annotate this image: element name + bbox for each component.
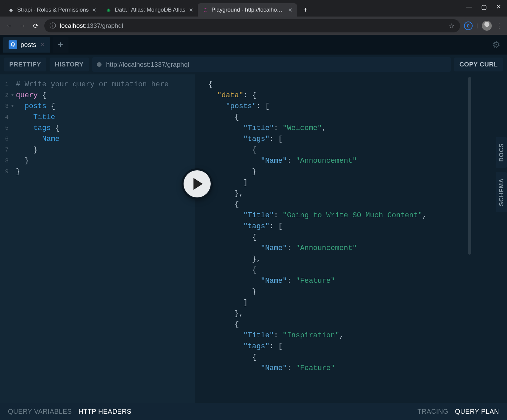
line-gutter: 1 2 3 4 5 6 7 8 9 xyxy=(2,79,9,177)
address-bar-row: ← → ⟳ ⓘ localhost:1337/graphql ☆ 0 | ⋮ xyxy=(0,17,507,35)
browser-tab-title: Playground - http://localhost:133 xyxy=(212,7,285,13)
close-icon[interactable]: ✕ xyxy=(189,7,193,13)
forward-button[interactable]: → xyxy=(18,21,27,30)
playground-footer: QUERY VARIABLES HTTP HEADERS TRACING QUE… xyxy=(0,403,507,420)
extension-icon[interactable]: 0 xyxy=(464,21,473,30)
new-query-tab-button[interactable]: + xyxy=(53,37,68,53)
query-badge: Q xyxy=(9,40,17,49)
query-variables-tab[interactable]: QUERY VARIABLES xyxy=(8,408,72,415)
browser-tab-title: Data | Atlas: MongoDB Atlas xyxy=(115,7,185,13)
result-pane[interactable]: { "data": { "posts": [ { "Title": "Welco… xyxy=(195,74,507,403)
gear-icon[interactable]: ⚙ xyxy=(492,39,500,50)
result-json: { "data": { "posts": [ { "Title": "Welco… xyxy=(195,79,504,374)
query-tab-title: posts xyxy=(21,41,36,49)
new-tab-button[interactable]: + xyxy=(300,4,312,16)
close-icon[interactable]: ✕ xyxy=(288,7,292,13)
side-drawers: DOCS SCHEMA xyxy=(496,137,507,212)
url-bar[interactable]: ⓘ localhost:1337/graphql ☆ xyxy=(44,19,460,32)
query-tab-posts[interactable]: Q posts ✕ xyxy=(3,37,50,53)
back-button[interactable]: ← xyxy=(5,21,14,30)
playground-tabs: Q posts ✕ + ⚙ xyxy=(0,35,507,55)
query-code: # Write your query or mutation here quer… xyxy=(0,79,195,177)
copy-curl-button[interactable]: COPY CURL xyxy=(454,58,503,71)
minimize-icon[interactable]: — xyxy=(466,3,472,10)
titlebar: ◆ Strapi - Roles & Permissions ✕ ◉ Data … xyxy=(0,0,507,17)
play-icon xyxy=(193,178,203,190)
schema-drawer-tab[interactable]: SCHEMA xyxy=(496,172,507,212)
endpoint-url: http://localhost:1337/graphql xyxy=(106,61,189,68)
browser-tab-title: Strapi - Roles & Permissions xyxy=(17,7,89,13)
menu-icon[interactable]: ⋮ xyxy=(496,22,502,30)
avatar[interactable] xyxy=(482,21,492,31)
query-editor[interactable]: 1 2 3 4 5 6 7 8 9 # Write your query or … xyxy=(0,74,195,403)
toolbar: PRETTIFY HISTORY http://localhost:1337/g… xyxy=(0,55,507,74)
graphql-playground: Q posts ✕ + ⚙ PRETTIFY HISTORY http://lo… xyxy=(0,35,507,420)
scrollbar[interactable] xyxy=(468,77,471,400)
tracing-tab[interactable]: TRACING xyxy=(417,408,448,415)
strapi-icon: ◆ xyxy=(8,7,14,13)
browser-tabs: ◆ Strapi - Roles & Permissions ✕ ◉ Data … xyxy=(0,0,466,17)
close-icon[interactable]: ✕ xyxy=(92,7,96,13)
prettify-button[interactable]: PRETTIFY xyxy=(4,58,46,71)
browser-tab-atlas[interactable]: ◉ Data | Atlas: MongoDB Atlas ✕ xyxy=(101,3,197,17)
status-dot-icon xyxy=(97,62,102,67)
http-headers-tab[interactable]: HTTP HEADERS xyxy=(78,408,131,415)
reload-button[interactable]: ⟳ xyxy=(31,21,40,30)
close-icon[interactable]: ✕ xyxy=(40,41,45,48)
url-path: :1337/graphql xyxy=(85,22,123,29)
separator: | xyxy=(477,23,478,29)
query-plan-tab[interactable]: QUERY PLAN xyxy=(455,408,499,415)
maximize-icon[interactable]: ▢ xyxy=(481,3,487,11)
fold-icon[interactable]: ▼ xyxy=(11,90,14,101)
mongo-icon: ◉ xyxy=(106,7,111,13)
workspace: 1 2 3 4 5 6 7 8 9 # Write your query or … xyxy=(0,74,507,403)
run-query-button[interactable] xyxy=(184,170,211,197)
window-controls: — ▢ ✕ xyxy=(466,0,507,17)
docs-drawer-tab[interactable]: DOCS xyxy=(496,137,507,168)
url-host: localhost xyxy=(60,22,85,29)
graphql-icon: ⬡ xyxy=(202,7,208,13)
browser-tab-strapi[interactable]: ◆ Strapi - Roles & Permissions ✕ xyxy=(3,3,101,17)
fold-icon[interactable]: ▼ xyxy=(11,101,14,112)
info-icon[interactable]: ⓘ xyxy=(50,21,56,30)
star-icon[interactable]: ☆ xyxy=(449,22,455,30)
browser-tab-playground[interactable]: ⬡ Playground - http://localhost:133 ✕ xyxy=(198,3,297,17)
history-button[interactable]: HISTORY xyxy=(50,58,89,71)
close-window-icon[interactable]: ✕ xyxy=(496,3,501,11)
scrollbar-thumb[interactable] xyxy=(468,77,471,255)
browser-chrome: ◆ Strapi - Roles & Permissions ✕ ◉ Data … xyxy=(0,0,507,35)
endpoint-input[interactable]: http://localhost:1337/graphql xyxy=(92,57,451,72)
